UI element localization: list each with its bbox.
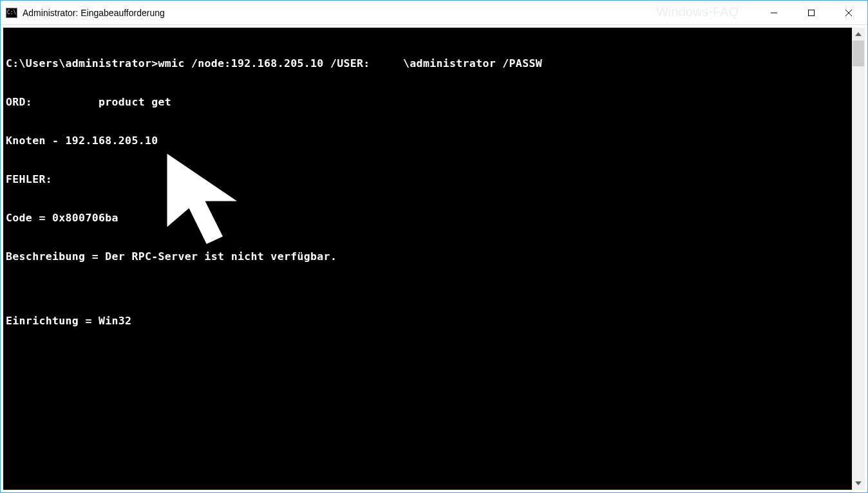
titlebar[interactable]: C:\ Administrator: Eingabeaufforderung W…	[1, 1, 867, 25]
window-title: Administrator: Eingabeaufforderung	[23, 8, 165, 18]
console-line: FEHLER:	[6, 173, 849, 186]
window-controls	[755, 1, 867, 24]
minimize-button[interactable]	[755, 1, 793, 24]
client-area: C:\Users\administrator>wmic /node:192.16…	[1, 25, 867, 492]
console-line: Einrichtung = Win32	[6, 315, 849, 328]
svg-rect-1	[809, 10, 815, 15]
svg-marker-5	[855, 481, 862, 485]
maximize-button[interactable]	[793, 1, 830, 24]
console-line: Beschreibung = Der RPC-Server ist nicht …	[6, 250, 849, 263]
close-button[interactable]	[830, 1, 867, 24]
scroll-track[interactable]	[852, 41, 865, 477]
cmd-icon: C:\	[6, 8, 17, 18]
svg-marker-4	[855, 32, 862, 36]
scroll-down-button[interactable]	[852, 477, 865, 490]
console-output[interactable]: C:\Users\administrator>wmic /node:192.16…	[3, 28, 852, 490]
vertical-scrollbar[interactable]	[852, 28, 865, 490]
scroll-up-button[interactable]	[852, 28, 865, 41]
console-line: Knoten - 192.168.205.10	[6, 135, 849, 147]
console-line: ORD: product get	[6, 96, 849, 109]
console-line: Code = 0x800706ba	[6, 212, 849, 225]
command-prompt-window: C:\ Administrator: Eingabeaufforderung W…	[0, 0, 868, 493]
watermark-text: Windows-FAQ	[656, 5, 739, 19]
scroll-thumb[interactable]	[853, 41, 864, 66]
mouse-cursor-icon	[160, 145, 276, 261]
console-line: C:\Users\administrator>wmic /node:192.16…	[6, 57, 849, 70]
